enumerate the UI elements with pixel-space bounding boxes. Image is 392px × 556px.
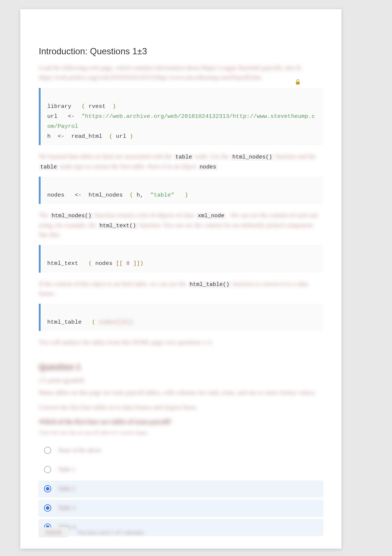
code-token-blurred: nodes[[8]] bbox=[99, 319, 133, 325]
code-token: ( bbox=[82, 103, 85, 110]
paragraph-5: You will analyze the tables from this HT… bbox=[39, 338, 323, 347]
answer-option-2[interactable]: Table 2 bbox=[39, 481, 323, 497]
answer-label: None of the above bbox=[58, 447, 102, 454]
code-token: h bbox=[47, 133, 51, 140]
code-token: , bbox=[140, 192, 143, 198]
page-title: Introduction: Questions 1±3 bbox=[39, 46, 323, 57]
answer-label: Table 3 bbox=[58, 505, 75, 511]
code-token: 8 bbox=[126, 260, 130, 267]
code-token: rvest bbox=[89, 103, 106, 110]
checkbox-checked-icon[interactable] bbox=[44, 504, 51, 512]
code-token: ( bbox=[130, 192, 133, 198]
code-token: ) bbox=[113, 103, 116, 110]
code-token: ) bbox=[130, 133, 133, 140]
code-token: "https://web.archive.org/web/20181024132… bbox=[47, 113, 315, 130]
code-block-2: nodes <- html_nodes ( h, "table" ) bbox=[39, 177, 323, 204]
code-block-4: html_table ( nodes[[8]] bbox=[39, 304, 323, 331]
code-token: "table" bbox=[150, 192, 174, 198]
question-1-heading: Question 1 bbox=[39, 362, 323, 372]
code-token: ( bbox=[89, 260, 92, 267]
question-1-hint: Check the ones that are payroll tables f… bbox=[39, 430, 323, 436]
inline-code: xml_node bbox=[196, 212, 226, 219]
question-1-body-2: Convert the first four tables in to data… bbox=[39, 403, 323, 412]
question-1-points: 1/1 point (graded) bbox=[39, 376, 323, 385]
inline-code: html_nodes() bbox=[231, 154, 274, 161]
code-token: nodes bbox=[95, 260, 113, 267]
code-token: <- bbox=[75, 192, 82, 198]
text: The bbox=[39, 212, 50, 219]
code-token: url bbox=[116, 133, 126, 140]
code-token: ) bbox=[185, 192, 188, 198]
paragraph-2: We learned that tables in html are assoc… bbox=[39, 152, 323, 171]
paragraph-3: The html_nodes() function returns a list… bbox=[39, 211, 323, 240]
inline-code: table bbox=[174, 154, 193, 161]
submit-button[interactable]: Submit bbox=[39, 527, 68, 538]
code-token: read_html bbox=[71, 133, 102, 140]
inline-code: html_nodes() bbox=[50, 212, 93, 219]
paragraph-4: If the content of this object is an html… bbox=[39, 279, 323, 299]
text: node type to extract the first table. St… bbox=[60, 163, 198, 170]
text: node. Use the bbox=[195, 153, 231, 160]
code-block-3: html_text ( nodes [[ 8 ]]) bbox=[39, 245, 323, 272]
code-token: html_nodes bbox=[89, 192, 123, 198]
code-token: library bbox=[47, 103, 71, 110]
text: We learned that tables in html are assoc… bbox=[39, 153, 174, 160]
checkbox-checked-icon[interactable] bbox=[44, 485, 51, 492]
inline-code: nodes bbox=[198, 164, 218, 171]
code-token: ( bbox=[109, 133, 112, 140]
intro-paragraph: Load the following web page, which conta… bbox=[39, 63, 323, 83]
lock-icon: 🔒 bbox=[295, 79, 301, 85]
code-token: ]]) bbox=[133, 260, 144, 267]
inline-code: html_text() bbox=[98, 222, 138, 229]
answer-option-1[interactable]: Table 1 bbox=[39, 461, 323, 478]
checkbox-unchecked-icon[interactable] bbox=[44, 466, 51, 473]
code-token: ( bbox=[92, 319, 95, 325]
code-token: <- bbox=[68, 113, 75, 120]
code-token: html_text bbox=[47, 260, 78, 267]
question-1-prompt: Which of the first four are tables of te… bbox=[39, 417, 323, 427]
inline-code: html_table() bbox=[188, 281, 231, 288]
text: . bbox=[219, 163, 221, 170]
code-token: html_table bbox=[47, 319, 82, 325]
code-block-1: library ( rvest ) url <- "https://web.ar… bbox=[39, 88, 323, 146]
code-token: nodes bbox=[47, 192, 65, 198]
text: function and the bbox=[275, 153, 316, 160]
answer-option-0[interactable]: None of the above bbox=[39, 442, 323, 458]
text: If the content of this object is an html… bbox=[39, 280, 188, 287]
answer-label: Table 1 bbox=[58, 466, 75, 473]
answer-label: Table 2 bbox=[58, 485, 75, 492]
attempts-text: You have used 1 of 5 attempts bbox=[77, 529, 144, 536]
answer-list: None of the aboveTable 1Table 2Table 3Ta… bbox=[39, 442, 323, 535]
code-token: url bbox=[47, 113, 58, 120]
answer-option-3[interactable]: Table 3 bbox=[39, 500, 323, 516]
checkbox-unchecked-icon[interactable] bbox=[44, 447, 51, 454]
document-page: Introduction: Questions 1±3 Load the fol… bbox=[20, 9, 341, 549]
text: function returns a list of objects of cl… bbox=[94, 212, 196, 219]
code-token: <- bbox=[58, 133, 65, 140]
code-token: h bbox=[137, 192, 140, 198]
code-token: [[ bbox=[116, 260, 123, 267]
inline-code: table bbox=[39, 164, 58, 171]
question-1-body-1: Many tables on this page are team payrol… bbox=[39, 388, 323, 398]
footer-row: Submit You have used 1 of 5 attempts bbox=[39, 527, 144, 538]
